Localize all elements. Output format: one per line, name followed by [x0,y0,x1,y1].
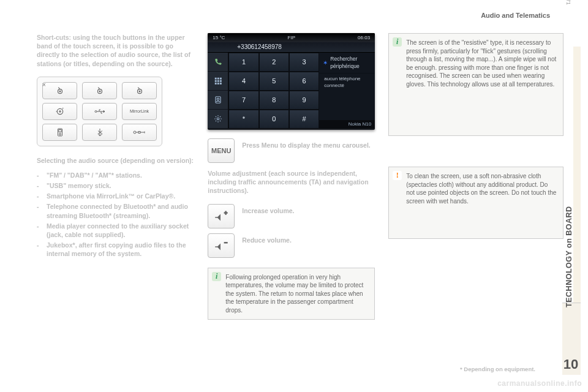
connection-status: aucun téléphone connecté [319,74,375,119]
bluetooth-source-button[interactable] [82,124,117,141]
info-resistive-text: The screen is of the "resistive" type, i… [406,39,556,88]
shortcut-paragraph: Short-cuts: using the touch buttons in t… [37,33,194,68]
keypad-key[interactable]: # [289,110,319,129]
keypad-key[interactable]: 2 [259,53,289,72]
right-column: i The screen is of the "resistive" type,… [388,33,564,320]
chapter-tab-label: TECHNOLOGY on BOARD [564,206,575,307]
keypad-key[interactable]: 9 [289,91,319,110]
dial-keypad: 1 2 3 4 5 6 7 8 9 * 0 # [228,53,319,129]
svg-point-5 [139,91,140,92]
station-name: FIP [288,35,295,42]
list-item: -Media player connected to the auxiliary… [37,222,194,239]
keypad-key[interactable]: 0 [259,110,289,129]
warning-clean-text: To clean the screen, use a soft non-abra… [406,173,556,205]
call-tab-icon[interactable] [208,53,228,72]
svg-rect-22 [220,83,222,85]
svg-rect-10 [59,129,61,132]
info-heat-text: Following prolonged operation in very hi… [225,274,363,314]
svg-rect-17 [215,80,217,82]
usb-source-button[interactable] [82,103,117,120]
clock-readout: 06:03 [358,35,370,42]
info-icon: i [393,37,402,47]
keypad-key[interactable]: 3 [289,53,319,72]
svg-rect-14 [215,78,217,80]
svg-point-7 [59,111,60,112]
middle-column: 15 °C FIP 06:03 +330612458978 1 [208,33,375,320]
list-item: -"FM" / "DAB"* / "AM"* stations. [37,171,194,179]
svg-point-6 [57,108,62,114]
list-item: -Telephone connected by Bluetooth* and a… [37,202,194,219]
chapter-tab: TECHNOLOGY on BOARD 10 [562,303,581,375]
audio-source-panel: × MirrorLink [37,77,162,146]
info-icon: i [212,272,221,281]
keypad-key[interactable]: 8 [259,91,289,110]
radio-source-button[interactable] [82,82,117,99]
section-title: Audio and Telematics [481,11,550,20]
warning-icon: ! [393,171,402,180]
ipod-source-button[interactable] [42,124,77,141]
svg-point-11 [59,133,61,135]
volume-up-caption: Increase volume. [242,204,294,215]
svg-rect-21 [217,83,219,85]
radio-source-button[interactable] [122,82,157,99]
equipment-footnote: * Depending on equipment. [460,366,535,374]
paired-device-name: Nokia N10 [319,120,375,129]
warning-box-clean: ! To clean the screen, use a soft non-ab… [388,167,564,239]
search-device-button[interactable]: ✶ Rechercher périphérique [319,53,375,74]
menu-caption: Press Menu to display the menu carousel. [242,138,370,149]
info-box-heat: i Following prolonged operation in very … [208,268,375,320]
content-columns: Short-cuts: using the touch buttons in t… [37,33,564,320]
svg-rect-16 [220,78,222,80]
keypad-key[interactable]: 4 [228,72,258,91]
keypad-key[interactable]: 1 [228,53,258,72]
touchscreen-preview: 15 °C FIP 06:03 +330612458978 1 [208,33,375,130]
temperature-readout: 15 °C [213,35,225,42]
svg-text:−: − [224,239,227,246]
keypad-key[interactable]: * [228,110,258,129]
keypad-key[interactable]: 7 [228,91,258,110]
svg-rect-20 [215,83,217,85]
volume-up-button[interactable]: + [208,204,235,228]
svg-point-1 [59,91,61,92]
list-item: -Jukebox*, after first copying audio fil… [37,241,194,258]
svg-point-8 [95,110,97,112]
svg-rect-13 [138,131,140,133]
svg-point-12 [134,131,136,134]
svg-point-25 [217,118,219,121]
svg-point-24 [217,98,219,100]
list-item: -Smartphone via MirrorLink™ or CarPlay®. [37,192,194,200]
svg-point-3 [99,91,100,92]
volume-down-caption: Reduce volume. [242,233,292,244]
source-bullet-list: -"FM" / "DAB"* / "AM"* stations. -"USB" … [37,171,194,258]
menu-button[interactable]: MENU [208,138,235,163]
selecting-source-heading: Selecting the audio source (depending on… [37,156,194,165]
close-icon[interactable]: × [40,81,48,89]
phone-side-tabs [208,53,228,129]
bluetooth-icon: ✶ [323,59,328,67]
volume-down-button[interactable]: − [208,233,235,258]
volume-intro: Volume adjustment (each source is indepe… [208,169,375,195]
page-number: 171 [565,0,572,5]
info-box-resistive: i The screen is of the "resistive" type,… [388,33,564,136]
settings-tab-icon[interactable] [208,110,228,129]
keypad-key[interactable]: 5 [259,72,289,91]
manual-page: Audio and Telematics 171 TECHNOLOGY on B… [0,0,588,392]
aux-source-button[interactable] [122,124,157,141]
search-device-label: Rechercher périphérique [330,56,371,70]
left-column: Short-cuts: using the touch buttons in t… [37,33,194,320]
svg-text:+: + [224,210,227,216]
watermark: carmanualsonline.info [497,379,582,388]
svg-rect-15 [217,78,219,80]
chapter-number: 10 [562,355,580,374]
dialed-number: +330612458978 [208,42,375,53]
keypad-key[interactable]: 6 [289,72,319,91]
contacts-tab-icon[interactable] [208,91,228,110]
list-item: -"USB" memory stick. [37,181,194,190]
svg-rect-19 [220,80,222,82]
keypad-tab-icon[interactable] [208,72,228,91]
svg-rect-18 [217,80,219,82]
cd-source-button[interactable] [42,103,77,120]
mirrorlink-source-button[interactable]: MirrorLink [122,103,157,120]
